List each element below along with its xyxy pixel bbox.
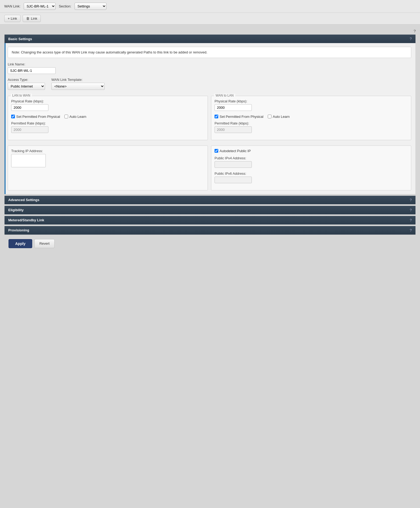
wan-set-permitted-label: Set Permitted From Physical <box>220 115 263 119</box>
rate-sections-row: LAN to WAN Physical Rate (kbps): Set Per… <box>8 94 411 140</box>
wan-link-template-group: WAN Link Template: <None> <box>51 78 105 90</box>
tracking-ip-input[interactable] <box>11 154 46 167</box>
tracking-ip-box: Tracking IP Address: <box>8 145 208 190</box>
tracking-ip-label: Tracking IP Address: <box>11 149 204 153</box>
lan-physical-rate-input[interactable] <box>11 104 48 111</box>
basic-settings-header[interactable]: Basic Settings ? <box>5 35 415 43</box>
note-text: Note: Changing the access type of this W… <box>12 50 207 54</box>
wan-permitted-rate-input <box>215 126 252 133</box>
metered-standby-title: Metered/Standby Link <box>8 218 44 222</box>
lan-set-permitted-label: Set Permitted From Physical <box>16 115 60 119</box>
provisioning-card: Provisioning ? <box>4 226 416 235</box>
wan-physical-rate-label: Physical Rate (kbps): <box>215 99 408 103</box>
main-content: ? Basic Settings ? Note: Changing the ac… <box>0 24 420 255</box>
apply-button[interactable]: Apply <box>9 239 32 248</box>
tracking-ip-group: Tracking IP Address: <box>11 149 204 167</box>
wan-to-lan-box: WAN to LAN Physical Rate (kbps): Set Per… <box>211 96 411 140</box>
basic-settings-help-icon[interactable]: ? <box>410 37 412 41</box>
wan-permitted-rate-group: Permitted Rate (kbps): <box>215 121 408 133</box>
lan-to-wan-legend: LAN to WAN <box>11 94 32 97</box>
wan-physical-rate-input[interactable] <box>215 104 252 111</box>
access-type-row: Access Type: Public InternetPrivate WAND… <box>8 78 411 94</box>
bottom-bar: Apply Revert <box>4 236 416 251</box>
provisioning-help-icon[interactable]: ? <box>410 228 412 232</box>
access-type-group: Access Type: Public InternetPrivate WAND… <box>8 78 45 90</box>
ip-section-row: Tracking IP Address: Autodetect Public I… <box>8 143 411 190</box>
toolbar: + Link 🗑 Link <box>0 13 420 24</box>
advanced-settings-title: Advanced Settings <box>8 198 39 202</box>
access-type-label: Access Type: <box>8 78 45 82</box>
delete-link-button[interactable]: 🗑 Link <box>23 15 41 22</box>
eligibility-title: Eligibility <box>8 208 24 212</box>
lan-set-permitted-checkbox[interactable] <box>11 115 15 118</box>
wan-link-select[interactable]: SJC-BR-WL-1 <box>24 3 56 10</box>
page-help-icon[interactable]: ? <box>4 28 416 34</box>
lan-set-permitted-item: Set Permitted From Physical <box>11 115 60 119</box>
lan-permitted-rate-label: Permitted Rate (kbps): <box>11 121 204 125</box>
access-type-select[interactable]: Public InternetPrivate WANDirect Interne… <box>8 83 45 90</box>
lan-physical-rate-label: Physical Rate (kbps): <box>11 99 204 103</box>
basic-settings-title: Basic Settings <box>8 37 32 41</box>
eligibility-header[interactable]: Eligibility ? <box>5 206 415 214</box>
wan-to-lan-legend: WAN to LAN <box>214 94 235 97</box>
wan-link-template-label: WAN Link Template: <box>51 78 105 82</box>
wan-auto-learn-label: Auto Learn <box>273 115 290 119</box>
note-box: Note: Changing the access type of this W… <box>8 47 411 58</box>
public-ipv6-input <box>215 177 252 183</box>
wan-set-permitted-item: Set Permitted From Physical <box>215 115 263 119</box>
autodetect-item: Autodetect Public IP <box>215 149 408 153</box>
public-ipv4-input <box>215 161 252 168</box>
advanced-settings-card: Advanced Settings ? <box>4 195 416 205</box>
lan-auto-learn-item: Auto Learn <box>64 115 87 119</box>
link-name-label: Link Name: <box>8 62 411 66</box>
eligibility-help-icon[interactable]: ? <box>410 208 412 212</box>
lan-auto-learn-checkbox[interactable] <box>64 115 68 118</box>
top-bar: WAN Link: SJC-BR-WL-1 Section: SettingsS… <box>0 0 420 13</box>
provisioning-header[interactable]: Provisioning ? <box>5 226 415 235</box>
metered-standby-card: Metered/Standby Link ? <box>4 216 416 225</box>
public-ipv4-group: Public IPv4 Address: <box>215 156 408 168</box>
lan-to-wan-box: LAN to WAN Physical Rate (kbps): Set Per… <box>8 96 208 140</box>
link-name-group: Link Name: <box>8 62 411 74</box>
wan-auto-learn-checkbox[interactable] <box>268 115 271 118</box>
basic-settings-card: Basic Settings ? Note: Changing the acce… <box>4 34 416 194</box>
revert-button[interactable]: Revert <box>34 239 55 248</box>
lan-permitted-rate-group: Permitted Rate (kbps): <box>11 121 204 133</box>
delete-link-label: Link <box>31 16 37 20</box>
wan-set-permitted-checkbox[interactable] <box>215 115 218 118</box>
section-label: Section: <box>59 4 71 8</box>
advanced-settings-header[interactable]: Advanced Settings ? <box>5 196 415 204</box>
wan-auto-learn-item: Auto Learn <box>268 115 290 119</box>
section-select[interactable]: SettingsStatusMonitor <box>75 3 106 10</box>
public-ipv6-label: Public IPv6 Address: <box>215 172 408 176</box>
lan-permitted-rate-input <box>11 126 48 133</box>
public-ipv6-group: Public IPv6 Address: <box>215 172 408 183</box>
lan-checkbox-row: Set Permitted From Physical Auto Learn <box>11 115 204 119</box>
advanced-settings-help-icon[interactable]: ? <box>410 198 412 202</box>
link-name-input[interactable] <box>8 67 56 74</box>
metered-standby-help-icon[interactable]: ? <box>410 218 412 222</box>
public-ip-box: Autodetect Public IP Public IPv4 Address… <box>211 145 411 190</box>
provisioning-title: Provisioning <box>8 228 29 232</box>
autodetect-label: Autodetect Public IP <box>220 149 251 153</box>
lan-auto-learn-label: Auto Learn <box>69 115 87 119</box>
wan-checkbox-row: Set Permitted From Physical Auto Learn <box>215 115 408 119</box>
lan-physical-rate-group: Physical Rate (kbps): <box>11 99 204 111</box>
eligibility-card: Eligibility ? <box>4 206 416 215</box>
metered-standby-header[interactable]: Metered/Standby Link ? <box>5 216 415 224</box>
add-link-button[interactable]: + Link <box>4 15 20 22</box>
autodetect-checkbox[interactable] <box>215 149 218 153</box>
trash-icon: 🗑 <box>26 16 30 20</box>
basic-settings-body: Note: Changing the access type of this W… <box>5 43 415 194</box>
wan-link-label: WAN Link: <box>4 4 20 8</box>
wan-link-template-select[interactable]: <None> <box>51 83 105 90</box>
wan-permitted-rate-label: Permitted Rate (kbps): <box>215 121 408 125</box>
wan-physical-rate-group: Physical Rate (kbps): <box>215 99 408 111</box>
public-ipv4-label: Public IPv4 Address: <box>215 156 408 160</box>
